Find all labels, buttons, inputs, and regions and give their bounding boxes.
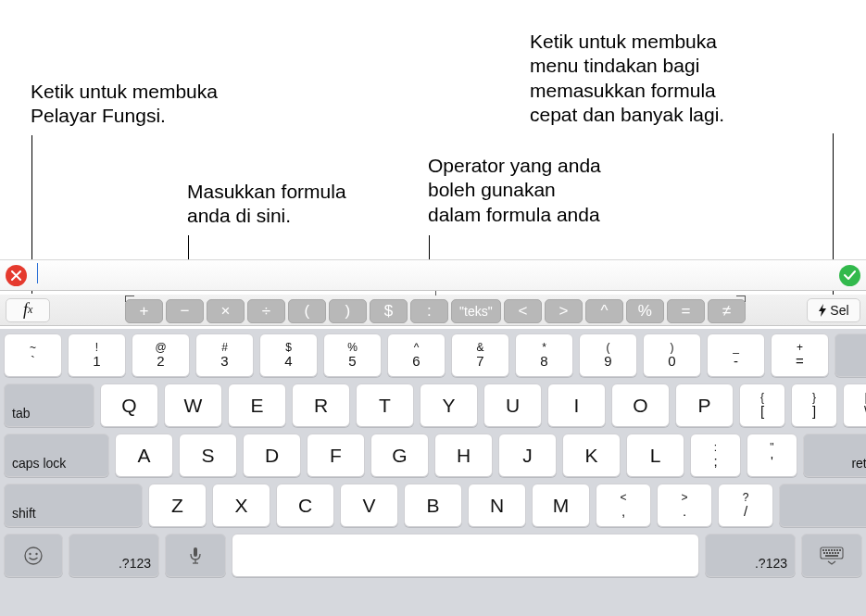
key[interactable]: @2 [132,333,190,377]
svg-point-1 [29,552,31,554]
svg-rect-11 [834,549,835,551]
key[interactable]: B [404,484,462,527]
operator-key[interactable]: ^ [585,299,623,323]
svg-rect-18 [835,552,836,554]
operator-key[interactable]: + [125,299,163,323]
key[interactable]: A [115,434,173,477]
key[interactable]: T [356,383,414,427]
key[interactable]: "' [747,434,797,477]
key[interactable]: W [164,383,222,427]
operator-key[interactable]: < [504,299,542,323]
key[interactable]: ~` [4,333,62,377]
key[interactable]: X [212,484,270,527]
svg-rect-14 [823,552,825,554]
capslock-key[interactable]: caps lock [4,434,109,477]
operator-key[interactable]: : [410,299,448,323]
operator-key[interactable]: ) [329,299,367,323]
key[interactable]: D [243,434,301,477]
operator-key[interactable]: $ [370,299,408,323]
operator-key[interactable]: > [545,299,583,323]
key[interactable]: P [675,383,734,427]
key[interactable]: ^6 [387,333,446,377]
fx-button[interactable]: fx [6,298,50,322]
key[interactable]: (9 [579,333,637,377]
key[interactable]: Z [148,484,207,527]
dictation-key[interactable] [165,534,226,577]
key[interactable]: M [532,484,590,527]
svg-rect-12 [836,549,838,551]
key[interactable]: C [276,484,334,527]
callout-sel: Ketik untuk membuka menu tindakan bagi m… [530,30,724,127]
key[interactable]: += [771,333,829,377]
key[interactable]: O [611,383,670,427]
key[interactable]: &7 [451,333,509,377]
operator-key[interactable]: = [667,299,705,323]
key[interactable]: {[ [739,383,785,427]
keyboard-hide-icon [820,547,844,565]
key[interactable]: H [434,434,493,477]
operator-key[interactable]: ÷ [247,299,285,323]
sel-button[interactable]: Sel [807,298,860,322]
key[interactable]: R [292,383,350,427]
cancel-button[interactable] [6,265,27,286]
operator-group: +−×÷()$:"teks"<>^%=≠ [125,297,746,323]
key[interactable]: S [179,434,237,477]
key[interactable]: F [307,434,365,477]
space-key[interactable] [232,534,699,577]
operator-key[interactable]: ( [288,299,326,323]
key[interactable]: |\ [843,383,866,427]
operator-key[interactable]: "teks" [451,299,501,323]
key[interactable]: %5 [323,333,382,377]
svg-rect-17 [832,552,834,554]
key[interactable]: !1 [68,333,126,377]
svg-rect-7 [822,549,824,551]
keyboard-row-asdf: caps lockASDFGHJKL:;"'return [4,434,862,477]
operator-key[interactable]: % [626,299,664,323]
operator-key[interactable]: × [207,299,245,323]
hide-keyboard-key[interactable] [801,534,862,577]
sel-label: Sel [830,303,848,318]
key[interactable]: L [626,434,684,477]
key[interactable]: }] [791,383,837,427]
shift-key-right[interactable]: shift [779,484,866,527]
keyboard-row-numbers: ~`!1@2#3$4%5^6&7*8(9)0_-+=delete [4,333,862,377]
keyboard-row-zxcv: shiftZXCVBNM<,>.?/shift [4,484,862,527]
key[interactable]: #3 [195,333,254,377]
key[interactable]: *8 [515,333,573,377]
key[interactable]: V [340,484,398,527]
emoji-key[interactable] [4,534,63,577]
svg-rect-13 [839,549,841,551]
numsym-key-left[interactable]: .?123 [69,534,159,577]
return-key[interactable]: return [803,434,866,477]
key[interactable]: _- [707,333,765,377]
svg-rect-3 [194,547,197,557]
key[interactable]: ?/ [718,484,773,527]
key[interactable]: E [228,383,286,427]
key[interactable]: Y [420,383,478,427]
formula-input[interactable] [32,263,834,287]
key[interactable]: $4 [259,333,318,377]
key[interactable]: G [370,434,429,477]
key[interactable]: N [468,484,526,527]
numsym-key-right[interactable]: .?123 [705,534,796,577]
svg-point-0 [25,547,42,564]
key[interactable]: >. [657,484,712,527]
key[interactable]: I [547,383,606,427]
key[interactable]: <, [596,484,651,527]
lightning-icon [818,304,827,317]
key[interactable]: :; [690,434,741,477]
formula-cursor [37,263,38,283]
accept-button[interactable] [839,265,860,286]
keyboard: ~`!1@2#3$4%5^6&7*8(9)0_-+=delete tabQWER… [0,329,866,616]
operator-key[interactable]: ≠ [708,299,746,323]
key[interactable]: U [483,383,542,427]
tab-key[interactable]: tab [4,383,94,427]
shift-key-left[interactable]: shift [4,484,143,527]
key[interactable]: )0 [643,333,701,377]
mic-icon [189,547,202,565]
delete-key[interactable]: delete [835,333,866,377]
key[interactable]: Q [100,383,158,427]
key[interactable]: J [498,434,557,477]
operator-key[interactable]: − [166,299,204,323]
key[interactable]: K [562,434,621,477]
